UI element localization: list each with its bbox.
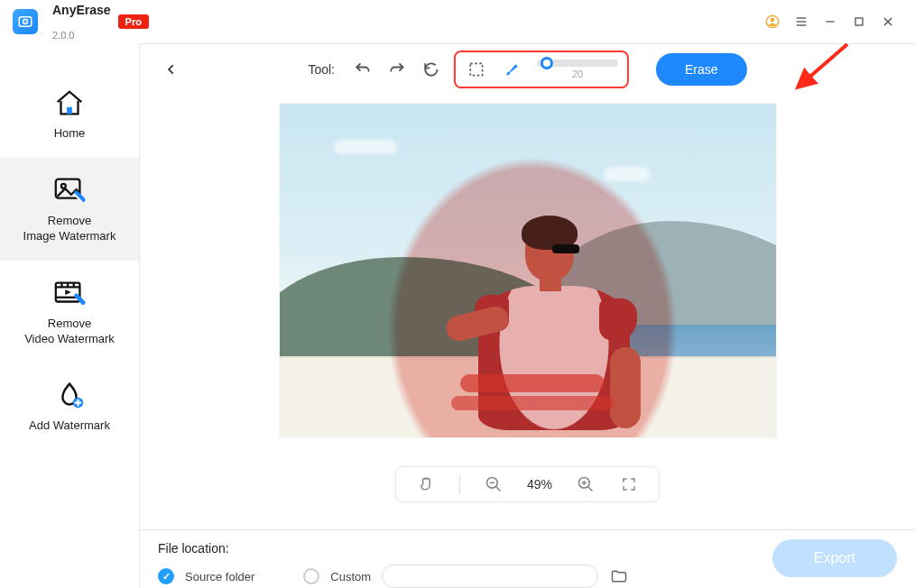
zoom-value: 49% [527,477,552,492]
app-logo-icon [13,9,38,34]
menu-icon[interactable] [787,7,816,36]
pan-hand-tool[interactable] [416,474,436,494]
zoom-controls: 49% [395,466,660,502]
user-account-icon[interactable] [758,7,787,36]
sidebar: Home Remove Image Watermark Remove Video… [0,43,139,588]
svg-rect-23 [470,63,482,75]
pro-badge: Pro [118,14,149,29]
svg-line-28 [588,487,593,492]
zoom-in-button[interactable] [576,474,596,494]
svg-rect-0 [19,17,32,27]
annotation-arrow-icon [770,41,851,95]
custom-path-input[interactable] [382,565,598,588]
svg-rect-8 [855,18,863,25]
source-folder-radio[interactable] [158,568,174,584]
tool-label: Tool: [308,62,335,77]
sidebar-item-label: Remove Video Watermark [24,317,115,347]
brush-size-slider[interactable] [537,60,618,67]
redo-button[interactable] [385,58,409,81]
sidebar-item-remove-video-watermark[interactable]: Remove Video Watermark [0,261,139,363]
source-folder-label: Source folder [185,570,254,583]
bottom-panel: File location: Source folder Custom Expo… [140,529,915,588]
svg-point-1 [23,20,28,24]
svg-line-25 [495,487,500,492]
erase-button[interactable]: Erase [656,53,747,86]
window-close-icon[interactable] [873,7,902,36]
sidebar-item-add-watermark[interactable]: Add Watermark [0,363,139,450]
svg-point-3 [771,18,774,22]
browse-folder-icon[interactable] [609,566,629,586]
editor-toolbar: Tool: [140,44,915,95]
window-minimize-icon[interactable] [816,7,845,36]
canvas-area: 49% [140,95,915,529]
custom-folder-label: Custom [330,570,371,583]
sidebar-item-label: Home [54,126,86,142]
remove-image-watermark-icon [51,174,88,207]
sidebar-item-remove-image-watermark[interactable]: Remove Image Watermark [0,158,139,261]
reset-button[interactable] [420,58,443,81]
export-button[interactable]: Export [772,539,897,577]
title-bar: AnyErase 2.0.0 Pro [0,0,915,43]
app-name: AnyErase [52,3,111,17]
content-area: Tool: [139,43,915,588]
rectangle-select-tool[interactable] [465,58,488,81]
brush-tool[interactable] [501,58,524,81]
slider-thumb[interactable] [541,57,553,69]
sidebar-item-home[interactable]: Home [0,70,139,158]
fullscreen-button[interactable] [619,474,639,494]
remove-video-watermark-icon [51,277,88,309]
brush-size-value: 20 [572,69,583,79]
svg-rect-11 [67,107,72,115]
app-version: 2.0.0 [52,30,111,41]
zoom-out-button[interactable] [484,474,504,494]
custom-folder-radio[interactable] [303,568,319,584]
add-watermark-icon [51,379,88,411]
sidebar-item-label: Remove Image Watermark [23,214,116,244]
back-button[interactable] [158,56,185,83]
tool-selection-highlight: 20 [454,51,629,88]
window-maximize-icon[interactable] [845,7,873,36]
edited-image[interactable] [280,104,776,437]
sidebar-item-label: Add Watermark [29,418,110,434]
undo-button[interactable] [351,58,374,81]
home-icon [51,87,88,119]
